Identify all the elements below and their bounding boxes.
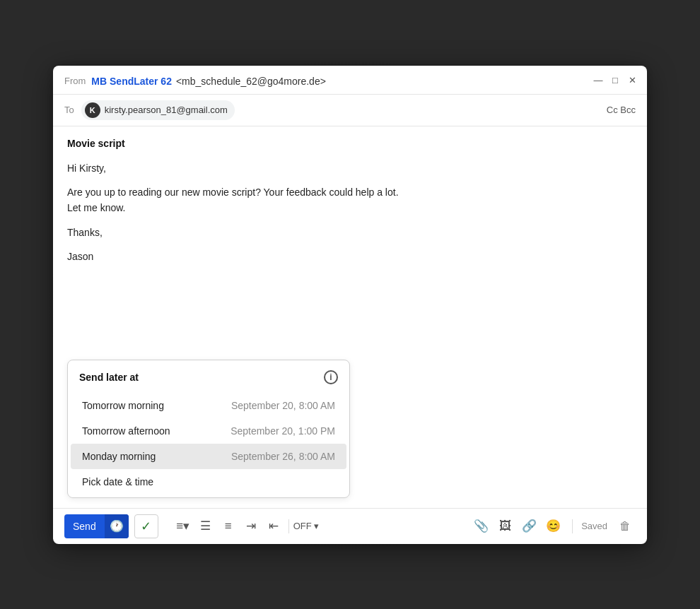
cc-bcc-button[interactable]: Cc Bcc: [607, 105, 636, 115]
sender-email: <mb_schedule_62@go4more.de>: [176, 76, 326, 87]
send-option-time-0: September 20, 8:00 AM: [231, 400, 335, 411]
maximize-button[interactable]: □: [610, 76, 620, 85]
send-options-list: Tomorrow morningSeptember 20, 8:00 AMTom…: [68, 393, 349, 495]
send-later-panel: Send later at i Tomorrow morningSeptembe…: [67, 360, 350, 498]
off-label: OFF ▾: [293, 521, 320, 531]
recipient-email-address: kirsty.pearson_81@gmail.com: [105, 105, 228, 115]
to-row: To K kirsty.pearson_81@gmail.com Cc Bcc: [53, 95, 647, 126]
send-button[interactable]: Send 🕐: [64, 514, 129, 538]
recipient-avatar: K: [85, 102, 100, 118]
link-icon[interactable]: 🔗: [518, 516, 539, 537]
send-option-label-1: Tomorrow afternoon: [82, 425, 170, 437]
ordered-list-icon[interactable]: ≡: [218, 516, 239, 537]
minimize-button[interactable]: —: [593, 76, 603, 85]
toolbar-divider: [288, 519, 289, 533]
check-button[interactable]: ✓: [134, 514, 158, 538]
send-option-2[interactable]: Monday morningSeptember 26, 8:00 AM: [71, 444, 346, 469]
send-later-title: Send later at: [79, 372, 139, 383]
format-toolbar: ≡▾ ☰ ≡ ⇥ ⇤ OFF ▾: [173, 516, 322, 537]
window-controls: — □ ✕: [593, 76, 637, 85]
email-text: Hi Kirsty, Are you up to reading our new…: [67, 160, 633, 265]
send-later-header: Send later at i: [68, 370, 349, 393]
send-option-3[interactable]: Pick date & time: [71, 469, 346, 495]
email-subject: Movie script: [67, 138, 633, 149]
email-greeting: Hi Kirsty,: [67, 160, 633, 176]
from-label: From: [64, 76, 86, 86]
info-icon[interactable]: i: [324, 370, 338, 384]
send-option-time-2: September 26, 8:00 AM: [231, 451, 335, 462]
email-signature: Jason: [67, 249, 633, 264]
recipient-chip[interactable]: K kirsty.pearson_81@gmail.com: [81, 100, 235, 120]
trash-icon[interactable]: 🗑: [614, 516, 636, 537]
outdent-icon[interactable]: ⇤: [263, 516, 284, 537]
send-option-label-0: Tomorrow morning: [82, 400, 164, 411]
saved-status: Saved: [581, 521, 607, 531]
sender-name: MB SendLater 62: [91, 76, 172, 87]
send-button-label: Send: [64, 521, 105, 532]
send-option-label-2: Monday morning: [82, 451, 156, 462]
email-compose-window: From MB SendLater 62 <mb_schedule_62@go4…: [53, 66, 647, 544]
toolbar-divider-2: [572, 519, 573, 533]
email-body[interactable]: Movie script Hi Kirsty, Are you up to re…: [53, 126, 647, 353]
email-body-paragraph: Are you up to reading our new movie scri…: [67, 184, 633, 216]
attachment-icon[interactable]: 📎: [470, 516, 491, 537]
send-option-label-3: Pick date & time: [82, 476, 153, 487]
send-clock-icon: 🕐: [105, 514, 129, 538]
send-option-1[interactable]: Tomorrow afternoonSeptember 20, 1:00 PM: [71, 418, 346, 444]
send-option-time-1: September 20, 1:00 PM: [231, 425, 335, 437]
image-icon[interactable]: 🖼: [494, 516, 515, 537]
indent-icon[interactable]: ⇥: [240, 516, 262, 537]
send-option-0[interactable]: Tomorrow morningSeptember 20, 8:00 AM: [71, 393, 346, 418]
align-icon[interactable]: ≡▾: [173, 516, 194, 537]
close-button[interactable]: ✕: [627, 76, 637, 85]
email-closing: Thanks,: [67, 225, 633, 240]
emoji-icon[interactable]: 😊: [542, 516, 564, 537]
check-icon: ✓: [141, 519, 151, 534]
toolbar: Send 🕐 ✓ ≡▾ ☰ ≡ ⇥ ⇤ OFF ▾ 📎 🖼 🔗 😊 Save: [53, 508, 647, 544]
email-compose-panel: From MB SendLater 62 <mb_schedule_62@go4…: [53, 66, 647, 544]
title-bar: From MB SendLater 62 <mb_schedule_62@go4…: [53, 66, 647, 95]
bullet-list-icon[interactable]: ☰: [195, 516, 216, 537]
to-label: To: [64, 105, 74, 115]
